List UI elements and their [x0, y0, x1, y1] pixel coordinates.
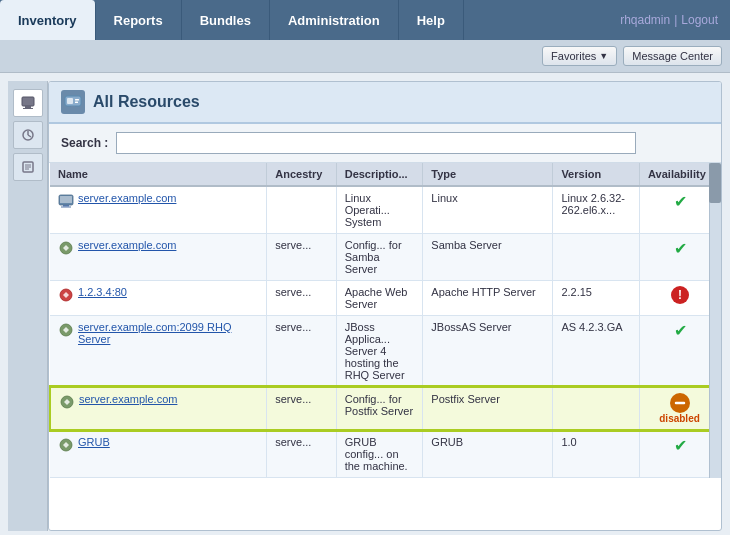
nav-tab-bundles[interactable]: Bundles — [182, 0, 270, 40]
resource-link[interactable]: server.example.com:2099 RHQ Server — [78, 321, 258, 345]
cell-type: Apache HTTP Server — [423, 281, 553, 316]
nav-separator: | — [674, 13, 677, 27]
col-type: Type — [423, 163, 553, 186]
sidebar-left-icon-3 — [21, 160, 35, 174]
cell-name: server.example.com — [50, 186, 267, 234]
table-row: GRUB serve... GRUB config... on the mach… — [50, 430, 720, 478]
availability-disabled: disabled — [648, 393, 711, 424]
cell-description: Apache Web Server — [336, 281, 423, 316]
nav-tab-administration[interactable]: Administration — [270, 0, 399, 40]
message-center-button[interactable]: Message Center — [623, 46, 722, 66]
cell-ancestry: serve... — [267, 281, 336, 316]
resource-link[interactable]: server.example.com — [79, 393, 177, 405]
resource-link[interactable]: GRUB — [78, 436, 110, 448]
disabled-label: disabled — [659, 413, 700, 424]
cell-name: server.example.com — [50, 234, 267, 281]
availability-error-icon: ! — [671, 286, 689, 304]
availability-ok-icon: ✔ — [674, 240, 687, 257]
cell-type: GRUB — [423, 430, 553, 478]
sidebar-left-item-1[interactable] — [13, 89, 43, 117]
cell-version: AS 4.2.3.GA — [553, 316, 640, 388]
scroll-track[interactable] — [709, 163, 721, 478]
col-ancestry: Ancestry — [267, 163, 336, 186]
panel-title: All Resources — [93, 93, 200, 111]
cell-name: server.example.com:2099 RHQ Server — [50, 316, 267, 388]
svg-rect-13 — [75, 102, 78, 104]
nav-logout-link[interactable]: Logout — [681, 13, 718, 27]
table-row: server.example.com Linux Operati... Syst… — [50, 186, 720, 234]
cell-type: Linux — [423, 186, 553, 234]
cell-version — [553, 234, 640, 281]
nav-spacer — [464, 0, 608, 40]
availability-ok-icon: ✔ — [674, 193, 687, 210]
cell-ancestry: serve... — [267, 234, 336, 281]
col-availability: Availability — [640, 163, 720, 186]
resource-link[interactable]: server.example.com — [78, 192, 176, 204]
nav-tab-help[interactable]: Help — [399, 0, 464, 40]
svg-rect-0 — [22, 97, 34, 106]
svg-rect-2 — [23, 108, 33, 109]
cell-type: JBossAS Server — [423, 316, 553, 388]
table-row-highlighted: server.example.com serve... Config... fo… — [50, 387, 720, 430]
sidebar-left-icon-2 — [21, 128, 35, 142]
resource-link[interactable]: 1.2.3.4:80 — [78, 286, 127, 298]
nav-tab-inventory[interactable]: Inventory — [0, 0, 96, 40]
table-row: server.example.com serve... Config... fo… — [50, 234, 720, 281]
content-panel: All Resources Search : Name Ancestry Des… — [48, 81, 722, 531]
cell-description: Config... for Postfix Server — [336, 387, 423, 430]
availability-ok-icon: ✔ — [674, 437, 687, 454]
panel-header: All Resources — [49, 82, 721, 124]
resource-link[interactable]: server.example.com — [78, 239, 176, 251]
server-icon — [58, 193, 74, 209]
cell-availability: ✔ — [640, 234, 720, 281]
cell-availability: ✔ — [640, 316, 720, 388]
top-navigation: Inventory Reports Bundles Administration… — [0, 0, 730, 40]
col-name: Name — [50, 163, 267, 186]
nav-username: rhqadmin — [620, 13, 670, 27]
cell-availability: ! — [640, 281, 720, 316]
cell-availability: ✔ — [640, 186, 720, 234]
cell-description: Config... for Samba Server — [336, 234, 423, 281]
table-scroll-container: Name Ancestry Descriptio... Type Version… — [49, 163, 721, 478]
cell-ancestry: serve... — [267, 430, 336, 478]
cell-description: JBoss Applica... Server 4 hosting the RH… — [336, 316, 423, 388]
sidebar-left-item-2[interactable] — [13, 121, 43, 149]
scroll-thumb[interactable] — [709, 163, 721, 203]
svg-rect-19 — [61, 207, 71, 208]
search-label: Search : — [61, 136, 108, 150]
panel-header-icon — [61, 90, 85, 114]
service-icon — [58, 240, 74, 256]
svg-rect-17 — [60, 196, 72, 203]
table-row: server.example.com:2099 RHQ Server serve… — [50, 316, 720, 388]
nav-tab-reports[interactable]: Reports — [96, 0, 182, 40]
col-version: Version — [553, 163, 640, 186]
cell-version: 1.0 — [553, 430, 640, 478]
table-body: server.example.com Linux Operati... Syst… — [50, 186, 720, 478]
cell-ancestry: serve... — [267, 316, 336, 388]
table-header: Name Ancestry Descriptio... Type Version… — [50, 163, 720, 186]
resource-table: Name Ancestry Descriptio... Type Version… — [49, 163, 721, 478]
col-description: Descriptio... — [336, 163, 423, 186]
cell-name: server.example.com — [50, 387, 267, 430]
search-input[interactable] — [116, 132, 636, 154]
favorites-button[interactable]: Favorites ▼ — [542, 46, 617, 66]
sidebar-left-icon-1 — [21, 96, 35, 110]
svg-rect-15 — [69, 108, 77, 109]
all-resources-icon — [64, 93, 82, 111]
svg-rect-11 — [67, 98, 73, 104]
cell-availability: disabled — [640, 387, 720, 430]
cell-name: GRUB — [50, 430, 267, 478]
cell-description: GRUB config... on the machine. — [336, 430, 423, 478]
service-icon-2 — [58, 322, 74, 338]
cell-ancestry: serve... — [267, 387, 336, 430]
svg-line-5 — [28, 135, 31, 137]
favorites-dropdown-arrow: ▼ — [599, 51, 608, 61]
sidebar-left-item-3[interactable] — [13, 153, 43, 181]
service-error-icon — [58, 287, 74, 303]
cell-type: Postfix Server — [423, 387, 553, 430]
toolbar-row: Favorites ▼ Message Center — [0, 40, 730, 73]
cell-version: Linux 2.6.32- 262.el6.x... — [553, 186, 640, 234]
cell-availability: ✔ — [640, 430, 720, 478]
search-bar: Search : — [49, 124, 721, 163]
svg-rect-18 — [63, 205, 69, 207]
